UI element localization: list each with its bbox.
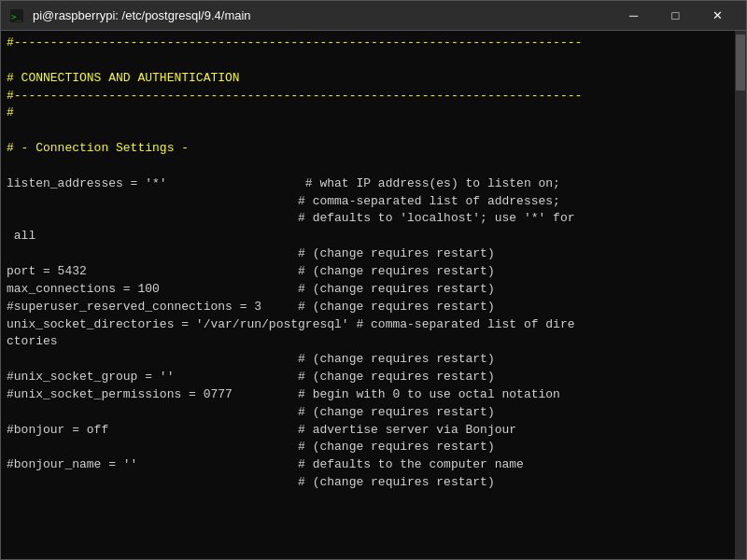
terminal-line: max_connections = 100 # (change requires…	[7, 281, 729, 299]
terminal-line: #bonjour_name = '' # defaults to the com…	[7, 456, 729, 474]
terminal-line: unix_socket_directories = '/var/run/post…	[7, 316, 729, 334]
terminal-line: #unix_socket_group = '' # (change requir…	[7, 369, 729, 386]
terminal-line: ctories	[7, 333, 729, 351]
terminal-line: # comma-separated list of addresses;	[7, 193, 729, 211]
maximize-button[interactable]: □	[655, 1, 697, 31]
close-button[interactable]: ✕	[697, 1, 739, 31]
terminal-line: #bonjour = off # advertise server via Bo…	[7, 422, 729, 440]
terminal-window: >_ pi@raspberrypi: /etc/postgresql/9.4/m…	[0, 0, 747, 560]
terminal-line	[7, 158, 729, 175]
terminal-line: # defaults to 'localhost'; use '*' for	[7, 210, 729, 228]
terminal-line: # - Connection Settings -	[7, 140, 729, 158]
terminal-line	[7, 52, 729, 70]
terminal-line: #unix_socket_permissions = 0777 # begin …	[7, 386, 729, 404]
terminal-line: # CONNECTIONS AND AUTHENTICATION	[7, 70, 729, 88]
window-title: pi@raspberrypi: /etc/postgresql/9.4/main	[33, 8, 613, 22]
svg-text:>_: >_	[11, 12, 21, 21]
terminal-line: #superuser_reserved_connections = 3 # (c…	[7, 299, 729, 316]
titlebar: >_ pi@raspberrypi: /etc/postgresql/9.4/m…	[1, 1, 746, 31]
terminal-line: # (change requires restart)	[7, 351, 729, 369]
terminal-line: port = 5432 # (change requires restart)	[7, 263, 729, 281]
terminal-line: all	[7, 228, 729, 245]
terminal-line: #---------------------------------------…	[7, 35, 729, 52]
terminal-icon: >_	[8, 7, 25, 24]
terminal-wrapper: #---------------------------------------…	[1, 31, 746, 559]
terminal-line	[7, 122, 729, 140]
scrollbar[interactable]	[735, 31, 746, 559]
terminal-line: # (change requires restart)	[7, 439, 729, 456]
terminal-line: #---------------------------------------…	[7, 88, 729, 105]
scrollbar-thumb[interactable]	[736, 35, 745, 91]
terminal-line: #	[7, 105, 729, 122]
terminal-line: # (change requires restart)	[7, 404, 729, 422]
terminal-line: listen_addresses = '*' # what IP address…	[7, 175, 729, 193]
terminal-line: # (change requires restart)	[7, 474, 729, 492]
minimize-button[interactable]: ─	[613, 1, 655, 31]
terminal-content[interactable]: #---------------------------------------…	[1, 31, 735, 559]
window-controls: ─ □ ✕	[613, 1, 739, 31]
terminal-line: # (change requires restart)	[7, 245, 729, 263]
